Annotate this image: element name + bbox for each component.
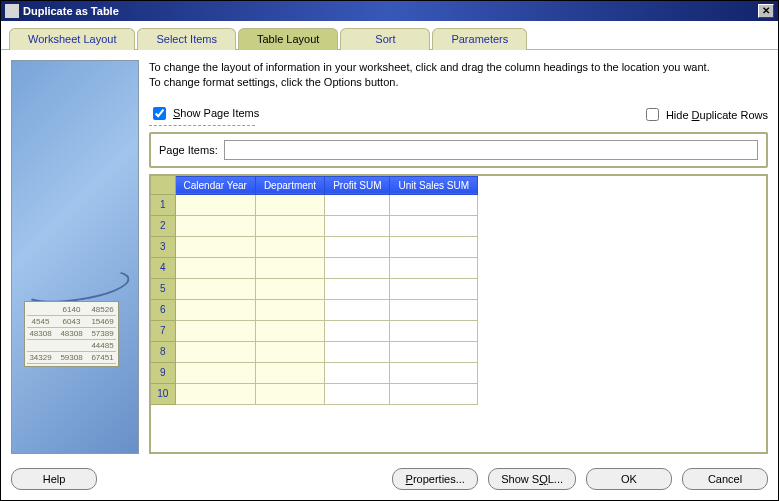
- show-sql-button[interactable]: Show SQL...: [488, 468, 576, 490]
- column-header[interactable]: Calendar Year: [175, 176, 255, 194]
- tab-parameters[interactable]: Parameters: [432, 28, 527, 50]
- grid-cell[interactable]: [390, 236, 478, 257]
- grid-cell[interactable]: [175, 278, 255, 299]
- grid-cell[interactable]: [390, 341, 478, 362]
- options-row: Show Page Items Hide Duplicate Rows: [149, 104, 768, 128]
- hide-duplicate-rows-input[interactable]: [646, 108, 659, 121]
- page-items-box: Page Items:: [149, 132, 768, 168]
- grid-cell[interactable]: [390, 383, 478, 404]
- grid-cell[interactable]: [325, 362, 390, 383]
- show-page-items-input[interactable]: [153, 107, 166, 120]
- grid-cell[interactable]: [255, 236, 324, 257]
- grid-cell[interactable]: [325, 215, 390, 236]
- instructions-text: To change the layout of information in y…: [149, 60, 768, 90]
- grid-cell[interactable]: [390, 320, 478, 341]
- row-number: 6: [151, 299, 175, 320]
- grid-cell[interactable]: [390, 299, 478, 320]
- grid-cell[interactable]: [175, 236, 255, 257]
- row-number: 9: [151, 362, 175, 383]
- grid-cell[interactable]: [390, 257, 478, 278]
- hide-duplicate-rows-label: Hide Duplicate Rows: [666, 109, 768, 121]
- grid-cell[interactable]: [175, 320, 255, 341]
- grid-cell[interactable]: [255, 362, 324, 383]
- wizard-side-graphic: 6140485264545604315469483084830857389444…: [11, 60, 139, 454]
- tab-worksheet-layout[interactable]: Worksheet Layout: [9, 28, 135, 50]
- titlebar: Duplicate as Table ✕: [1, 1, 778, 21]
- column-header[interactable]: Profit SUM: [325, 176, 390, 194]
- tab-select-items[interactable]: Select Items: [137, 28, 236, 50]
- grid-cell[interactable]: [255, 278, 324, 299]
- grid-corner: [151, 176, 175, 194]
- grid-cell[interactable]: [175, 257, 255, 278]
- grid-cell[interactable]: [390, 215, 478, 236]
- help-button[interactable]: Help: [11, 468, 97, 490]
- grid-cell[interactable]: [390, 278, 478, 299]
- row-number: 7: [151, 320, 175, 341]
- row-number: 1: [151, 194, 175, 215]
- grid-cell[interactable]: [175, 194, 255, 215]
- grid-cell[interactable]: [175, 341, 255, 362]
- column-header[interactable]: Unit Sales SUM: [390, 176, 478, 194]
- grid-cell[interactable]: [255, 194, 324, 215]
- row-number: 5: [151, 278, 175, 299]
- ok-button[interactable]: OK: [586, 468, 672, 490]
- decor-table: 6140485264545604315469483084830857389444…: [24, 301, 119, 367]
- content-area: 6140485264545604315469483084830857389444…: [1, 50, 778, 460]
- layout-grid-container: Calendar YearDepartmentProfit SUMUnit Sa…: [149, 174, 768, 454]
- grid-cell[interactable]: [175, 362, 255, 383]
- tab-strip: Worksheet Layout Select Items Table Layo…: [1, 21, 778, 50]
- row-number: 2: [151, 215, 175, 236]
- close-icon[interactable]: ✕: [758, 4, 774, 18]
- grid-cell[interactable]: [255, 341, 324, 362]
- row-number: 4: [151, 257, 175, 278]
- window-title: Duplicate as Table: [23, 5, 758, 17]
- row-number: 3: [151, 236, 175, 257]
- main-area: To change the layout of information in y…: [149, 60, 768, 454]
- row-number: 10: [151, 383, 175, 404]
- tab-table-layout[interactable]: Table Layout: [238, 28, 338, 50]
- grid-cell[interactable]: [325, 383, 390, 404]
- column-header[interactable]: Department: [255, 176, 324, 194]
- show-page-items-label: Show Page Items: [173, 107, 259, 119]
- window-icon: [5, 4, 19, 18]
- grid-cell[interactable]: [255, 320, 324, 341]
- page-items-input[interactable]: [224, 140, 758, 160]
- grid-cell[interactable]: [390, 194, 478, 215]
- grid-cell[interactable]: [255, 257, 324, 278]
- grid-cell[interactable]: [175, 383, 255, 404]
- button-bar: Help Properties... Show SQL... OK Cancel: [1, 460, 778, 500]
- grid-cell[interactable]: [390, 362, 478, 383]
- row-number: 8: [151, 341, 175, 362]
- grid-cell[interactable]: [325, 236, 390, 257]
- tab-sort[interactable]: Sort: [340, 28, 430, 50]
- grid-cell[interactable]: [255, 299, 324, 320]
- grid-cell[interactable]: [325, 257, 390, 278]
- grid-cell[interactable]: [175, 299, 255, 320]
- grid-cell[interactable]: [325, 299, 390, 320]
- show-page-items-checkbox[interactable]: Show Page Items: [149, 104, 259, 123]
- grid-cell[interactable]: [325, 194, 390, 215]
- grid-cell[interactable]: [175, 215, 255, 236]
- page-items-label: Page Items:: [159, 144, 218, 156]
- cancel-button[interactable]: Cancel: [682, 468, 768, 490]
- properties-button[interactable]: Properties...: [392, 468, 478, 490]
- grid-cell[interactable]: [325, 278, 390, 299]
- grid-cell[interactable]: [325, 341, 390, 362]
- hide-duplicate-rows-checkbox[interactable]: Hide Duplicate Rows: [642, 104, 768, 126]
- grid-cell[interactable]: [325, 320, 390, 341]
- grid-cell[interactable]: [255, 383, 324, 404]
- layout-grid[interactable]: Calendar YearDepartmentProfit SUMUnit Sa…: [151, 176, 478, 405]
- grid-cell[interactable]: [255, 215, 324, 236]
